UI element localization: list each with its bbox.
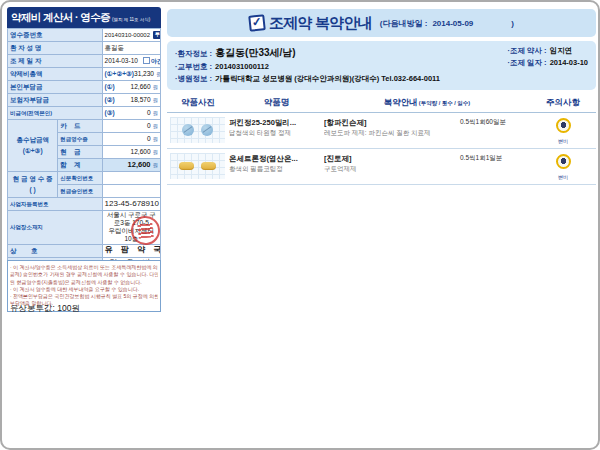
approval-value bbox=[102, 185, 160, 198]
total-cost-value: (①+②+③)31,230원 bbox=[102, 68, 160, 81]
hospital-info-label: ·병원정보 : bbox=[175, 74, 212, 83]
dispense-date-label: ·조제 일자 : bbox=[507, 58, 546, 67]
dispense-date-value: 2014-03-10야간공휴 bbox=[102, 55, 160, 68]
patient-label: 환 자 성 명 bbox=[8, 42, 103, 55]
drug-class: [항파킨슨제] bbox=[324, 117, 460, 128]
pill-photo-cell bbox=[167, 117, 229, 143]
pharmacy-receipt: 약제비 계산서 · 영수증(별지 제 11호 서식) 영수증번호 2014031… bbox=[7, 7, 161, 284]
receipt-number-value: 20140310-00002투약일수60 bbox=[102, 29, 160, 42]
drug-name-cell: 온세트론정(염산온... 황색의 필름코팅정 bbox=[229, 153, 324, 175]
patient-info-value: 홍길동(만33세/남) bbox=[215, 47, 296, 58]
receipt-title: 약제비 계산서 · 영수증(별지 제 11호 서식) bbox=[7, 7, 161, 28]
disclaimer-line: · 전액본인부담금은 국민건강보험법 시행규칙 별표 5의 규정에 의한 요양급… bbox=[10, 293, 158, 300]
issue-number-label: ·교부번호 : bbox=[175, 62, 212, 71]
header-guide: 복약안내(투약량 / 횟수 / 일수) bbox=[324, 97, 530, 109]
receipt-number-row: 영수증번호 20140310-00002투약일수60 bbox=[8, 29, 161, 42]
dispense-date-line: ·조제 일자 :2014-03-10 bbox=[507, 57, 588, 69]
hospital-info-value: 가톨릭대학교 성모병원 (강대수안과의원)(강대수) Tel.032-664-0… bbox=[215, 74, 440, 83]
shop-name: 유 팜 약 국 bbox=[102, 244, 160, 257]
receipt-table: 영수증번호 20140310-00002투약일수60 환 자 성 명 홍길동 조… bbox=[7, 28, 161, 284]
biz-number-label: 사업자등록번호 bbox=[8, 198, 103, 211]
drug-class-cell: [항파킨슨제] 레보도파 제제: 파킨슨씨 질환 치료제 bbox=[324, 117, 460, 139]
drug-class: [진토제] bbox=[324, 153, 460, 164]
biz-address-label: 사업장소재지 bbox=[8, 211, 103, 245]
disclaimer-line: 된 현금영수증(지출증빙)은 공제신청에 사용할 수 없습니다. bbox=[10, 279, 158, 286]
biz-number-row: 사업자등록번호 123-45-678910 bbox=[8, 198, 161, 211]
dispense-info-block: ·조제 약사 :임지연 ·조제 일자 :2014-03-10 bbox=[507, 45, 588, 69]
cash-receipt-pay-label: 현금영수증 bbox=[58, 133, 102, 146]
dosage-instruction: 0.5씩1회1일분 bbox=[460, 153, 530, 163]
amount-row: 약제비총액 (①+②+③)31,230원 bbox=[8, 68, 161, 81]
header-photo: 약품사진 bbox=[167, 97, 229, 109]
drug-table: 약품사진 약품명 복약안내(투약량 / 횟수 / 일수) 주의사항 퍼킨정25-… bbox=[167, 93, 596, 185]
drug-name-cell: 퍼킨정25-250밀리... 담청색의 타원형 정제 bbox=[229, 117, 324, 139]
blue-round-pill-icon bbox=[182, 124, 194, 136]
copay-value: (①)12,660원 bbox=[102, 81, 160, 94]
pharmacist-line: ·조제 약사 :임지연 bbox=[507, 45, 588, 57]
yellow-oval-pill-icon bbox=[201, 162, 216, 170]
sum-label: 합 계 bbox=[58, 159, 102, 172]
receipt-number: 20140310-00002 bbox=[105, 32, 150, 38]
guide-title: 조제약 복약안내 bbox=[269, 14, 372, 33]
caution-label: 변비 bbox=[530, 174, 596, 180]
receipt-title-text: 약제비 계산서 · 영수증 bbox=[11, 11, 110, 23]
formula: (①) bbox=[105, 83, 115, 90]
approval-label: 현금승인번호 bbox=[58, 185, 102, 198]
drug-row: 온세트론정(염산온... 황색의 필름코팅정 [진토제] 구토억제제 0.5씩1… bbox=[167, 149, 596, 185]
header-name: 약품명 bbox=[229, 97, 324, 109]
night-label: 야간 bbox=[151, 58, 161, 64]
envelope-fee-note: 유상봉투값: 100원 bbox=[10, 303, 80, 315]
patient-info-label: ·환자정보 : bbox=[175, 49, 212, 58]
drug-appearance: 황색의 필름코팅정 bbox=[229, 164, 324, 174]
dosage-instruction: 0.5씩1회60일분 bbox=[460, 117, 530, 127]
night-checkbox bbox=[143, 57, 150, 64]
drug-name: 온세트론정(염산온... bbox=[229, 153, 324, 164]
pharmacist-value: 임지연 bbox=[550, 46, 573, 55]
shop-row: 상 호 유 팜 약 국 bbox=[8, 244, 161, 257]
payment-row: 총수납금액 (①+③) 카 드 0원 bbox=[8, 120, 161, 133]
dispense-date-row: 조 제 일 자 2014-03-10야간공휴 bbox=[8, 55, 161, 68]
disclaimer-line: 공제) 승인번호가 기재된 경우 공제신청에 사용할 수 있습니다. 다만, 지… bbox=[10, 271, 158, 278]
next-visit-date: 2014-05-09 bbox=[432, 19, 473, 28]
cash-receipt-id-row: 현 금 영 수 증 ( ) 신분확인번호 bbox=[8, 172, 161, 185]
receipt-number-label: 영수증번호 bbox=[8, 29, 103, 42]
guide-header: ✓ 조제약 복약안내 (다음내방일 :2014-05-09) bbox=[167, 9, 596, 37]
patient-info-box: ·환자정보 :홍길동(만33세/남) ·교부번호 :2014031000112 … bbox=[167, 41, 596, 90]
copay-label: 본인부담금 bbox=[8, 81, 103, 94]
shop-label: 상 호 bbox=[8, 244, 103, 257]
pill-photo-yellow-oval bbox=[170, 153, 225, 179]
dispense-date-label: 조 제 일 자 bbox=[8, 55, 103, 68]
yellow-oval-pill-icon bbox=[179, 162, 194, 170]
cash-receipt-label: 현 금 영 수 증 ( ) bbox=[8, 172, 58, 198]
constipation-warning-icon bbox=[556, 154, 571, 169]
card-value: 0원 bbox=[102, 120, 160, 133]
drug-name: 퍼킨정25-250밀리... bbox=[229, 117, 324, 128]
header-caution: 주의사항 bbox=[530, 97, 596, 109]
drug-class-desc: 레보도파 제제: 파킨슨씨 질환 치료제 bbox=[324, 128, 460, 138]
pharmacy-print-page: 약제비 계산서 · 영수증(별지 제 11호 서식) 영수증번호 2014031… bbox=[0, 0, 600, 450]
id-check-label: 신분확인번호 bbox=[58, 172, 102, 185]
disclaimer-line: · 이 계산서/영수증은 소득세법상 의료비 또는 조세특례제한법에 의한 현금… bbox=[10, 264, 158, 271]
caution-cell: 변비 bbox=[530, 117, 596, 144]
cash-receipt-pay-value: 0원 bbox=[102, 133, 160, 146]
formula: (①+②+③) bbox=[105, 70, 134, 77]
biz-number: 123-45-678910 bbox=[102, 198, 160, 211]
total-cost-label: 약제비총액 bbox=[8, 68, 103, 81]
disclaimer-line: · 이 계산서 영수증에 대한 세부내역을 요구할 수 있습니다. bbox=[10, 286, 158, 293]
insurer-value: (②)18,570원 bbox=[102, 94, 160, 107]
patient-row: 환 자 성 명 홍길동 bbox=[8, 42, 161, 55]
card-label: 카 드 bbox=[58, 120, 102, 133]
caution-label: 변비 bbox=[530, 138, 596, 144]
dispense-date-value: 2014-03-10 bbox=[550, 58, 588, 67]
amount-row: 비급여(전액본인) (③)0원 bbox=[8, 107, 161, 120]
drug-class-cell: [진토제] 구토억제제 bbox=[324, 153, 460, 175]
receipt-title-note: (별지 제 11호 서식) bbox=[112, 17, 150, 22]
pill-photo-blue-round bbox=[170, 117, 225, 143]
blue-round-pill-icon bbox=[201, 124, 213, 136]
medication-guide: ✓ 조제약 복약안내 (다음내방일 :2014-05-09) ·환자정보 :홍길… bbox=[167, 9, 596, 185]
dosing-days-chip: 투약일수 bbox=[153, 31, 161, 39]
pill-photo-cell bbox=[167, 153, 229, 179]
id-check-value bbox=[102, 172, 160, 185]
drug-row: 퍼킨정25-250밀리... 담청색의 타원형 정제 [항파킨슨제] 레보도파 … bbox=[167, 113, 596, 149]
sum-value: 12,600원 bbox=[102, 159, 160, 172]
